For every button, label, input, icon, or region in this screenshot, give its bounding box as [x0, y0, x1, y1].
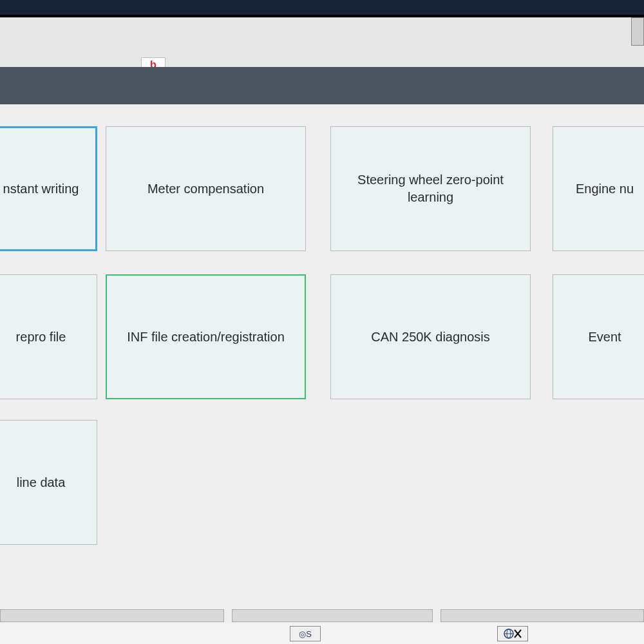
tile-label: Event [588, 328, 621, 346]
section-banner [0, 67, 644, 104]
globe-x-icon [503, 628, 522, 639]
footer-disconnect-icon[interactable] [497, 626, 528, 641]
bottom-tab-1[interactable] [0, 609, 224, 622]
tile-label: CAN 250K diagnosis [371, 328, 490, 346]
bottom-tab-3[interactable] [440, 609, 644, 622]
tile-steering-zero-point[interactable]: Steering wheel zero-point learning [330, 126, 531, 251]
toolbar-area [0, 17, 644, 67]
tile-event[interactable]: Event [553, 274, 644, 399]
tile-label: line data [17, 474, 66, 491]
tile-instant-writing[interactable]: nstant writing [0, 126, 97, 251]
tile-label: repro file [16, 328, 66, 346]
tile-label: Steering wheel zero-point learning [340, 171, 521, 206]
tile-label: nstant writing [3, 180, 79, 198]
bottom-tab-2[interactable] [232, 609, 433, 622]
window-titlebar [0, 0, 644, 15]
tile-label: Engine nu [576, 180, 634, 198]
tile-repro-file[interactable]: repro file [0, 274, 97, 399]
tile-inf-file-creation[interactable]: INF file creation/registration [106, 274, 306, 399]
tile-meter-compensation[interactable]: Meter compensation [106, 126, 306, 251]
tile-label: Meter compensation [147, 180, 264, 198]
tile-label: INF file creation/registration [127, 328, 285, 346]
footer-status-icon[interactable]: ◎S [290, 626, 321, 641]
tile-line-data[interactable]: line data [0, 420, 97, 545]
bottom-tabs [0, 609, 644, 623]
tile-can-250k-diagnosis[interactable]: CAN 250K diagnosis [330, 274, 531, 399]
footer-status-label: ◎S [299, 629, 312, 639]
tile-panel: nstant writing Meter compensation Steeri… [0, 104, 644, 612]
toolbar-button[interactable] [631, 17, 644, 46]
tile-engine-number[interactable]: Engine nu [553, 126, 644, 251]
footer-bar [0, 623, 644, 644]
